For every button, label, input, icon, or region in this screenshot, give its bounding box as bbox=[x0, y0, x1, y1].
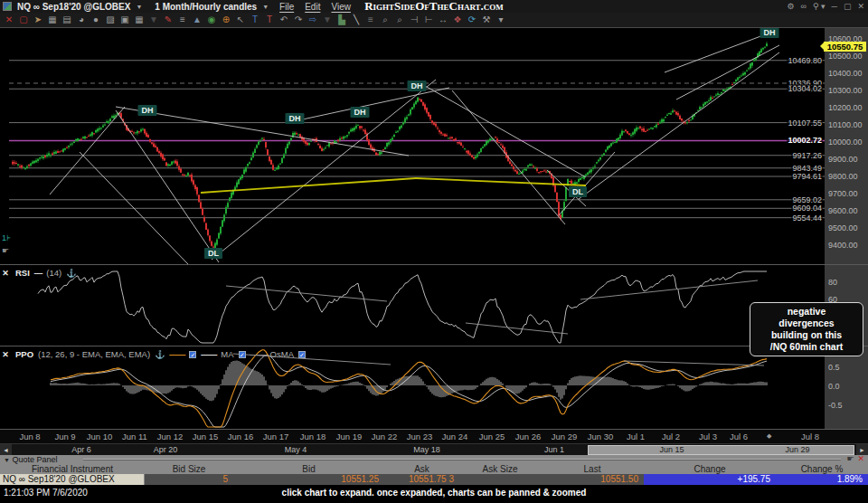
price-tick: 9900.00 bbox=[828, 155, 858, 164]
quote-cell-change-: 1.89% bbox=[776, 474, 868, 485]
last-price-tag: 10550.75 bbox=[824, 42, 866, 52]
region-select-icon[interactable]: ▢ bbox=[16, 13, 31, 27]
quote-panel-titlerow: ▼ Quote Panel ☛✕ bbox=[0, 455, 868, 464]
pan-left-icon[interactable]: ⊣ bbox=[407, 13, 421, 27]
menu-file[interactable]: File bbox=[279, 2, 294, 12]
draw-line-icon[interactable]: ✎ bbox=[161, 13, 175, 27]
arrow-right-icon[interactable]: ⇨ bbox=[306, 13, 320, 27]
ppo-anchor-icon[interactable]: ⚓ bbox=[155, 350, 165, 359]
pin-icon[interactable]: ⚲ ▾ bbox=[813, 2, 826, 11]
quote-cell-change: +195.75 bbox=[644, 474, 776, 485]
close-window-icon[interactable]: ✕ bbox=[857, 2, 864, 11]
rsi-pane-header: ✕ RSI — (14) ⚓ bbox=[0, 268, 76, 278]
ppo-pane-divider[interactable] bbox=[0, 346, 868, 346]
maximize-icon[interactable]: ▢ bbox=[844, 2, 852, 11]
annotation-line: negative bbox=[752, 306, 861, 318]
period-caret-icon[interactable]: ▼ bbox=[262, 4, 269, 10]
more-dropdown-icon[interactable]: ▾ bbox=[494, 13, 508, 27]
price-tick: 10200.00 bbox=[828, 103, 863, 112]
date-axis[interactable]: Jun 8Jun 9Jun 10Jun 11Jun 12Jun 15Jun 16… bbox=[0, 429, 868, 443]
rsi-anchor-icon[interactable]: ⚓ bbox=[66, 269, 76, 278]
annotation-note[interactable]: negativedivergencesbuilding on this/NQ 6… bbox=[750, 302, 863, 356]
quote-cell-last: 10551.50 bbox=[541, 474, 644, 485]
quote-col-header: Change % bbox=[776, 464, 868, 474]
pan-right-icon[interactable]: ⊢ bbox=[421, 13, 436, 27]
rsi-pane-divider[interactable] bbox=[0, 264, 868, 265]
site-watermark: RightSideOfTheChart.com bbox=[364, 0, 504, 14]
date-tick: Jun 17 bbox=[263, 432, 289, 441]
minimize-icon[interactable]: ─ bbox=[832, 2, 837, 11]
quote-col-header: Ask bbox=[384, 464, 459, 474]
zoom-in-icon[interactable]: ⌕ bbox=[378, 13, 392, 27]
menu-edit[interactable]: Edit bbox=[305, 2, 320, 12]
redo-icon[interactable]: ↷ bbox=[291, 13, 306, 27]
quote-col-header: Change bbox=[644, 464, 776, 474]
pointer-tool-icon[interactable]: ➤ bbox=[31, 13, 45, 27]
price-tick: 10400.00 bbox=[828, 69, 863, 78]
link-icon[interactable]: ∞ bbox=[801, 2, 807, 11]
ppo-legend-checkbox[interactable]: ✓ bbox=[239, 351, 246, 358]
bar-pattern-icon[interactable]: ≡ bbox=[175, 13, 190, 27]
text-box-icon[interactable]: T bbox=[248, 13, 262, 27]
level-label: 10107.55 bbox=[787, 119, 823, 128]
ppo-legend-checkbox[interactable]: ✓ bbox=[189, 351, 196, 358]
rsi-params: (14) bbox=[46, 268, 61, 278]
collapse-icon[interactable]: ▼ bbox=[4, 457, 10, 463]
symbol-selector[interactable]: NQ ∞ Sep18'20 @GLOBEX bbox=[17, 2, 130, 12]
triangle-up-icon[interactable]: ▲ bbox=[190, 13, 204, 27]
refresh-icon[interactable]: ⟳ bbox=[465, 13, 479, 27]
menu-view[interactable]: View bbox=[331, 2, 351, 12]
ppo-pane-header: ✕ PPO (12, 26, 9 - EMA, EMA, EMA) ⚓ ——✓—… bbox=[0, 349, 306, 359]
trendline-tool-icon[interactable]: ╲ bbox=[349, 13, 363, 27]
expand-h-icon[interactable]: ↔ bbox=[436, 13, 450, 27]
close-chart-icon[interactable]: ✕ bbox=[2, 13, 16, 27]
annotation-line: building on this bbox=[752, 329, 861, 341]
close-panel-icon[interactable]: ✕ bbox=[857, 454, 864, 463]
period-selector[interactable]: 1 Month/Hourly candles bbox=[155, 2, 257, 12]
drag-hand-icon[interactable]: ☛ bbox=[846, 454, 854, 463]
volume-chart-icon[interactable]: ▙ bbox=[335, 13, 349, 27]
crosshair-icon[interactable]: ⊕ bbox=[219, 13, 233, 27]
text-note-icon[interactable]: T bbox=[262, 13, 277, 27]
chart-window-icon[interactable]: ▣ bbox=[118, 13, 132, 27]
pie-icon[interactable]: ◕ bbox=[74, 13, 89, 27]
undo-icon[interactable]: ↶ bbox=[277, 13, 291, 27]
layout-grid-icon[interactable]: ▦ bbox=[132, 13, 146, 27]
scrollbar-thumb[interactable] bbox=[588, 445, 854, 455]
candle-tool-icon[interactable]: ❖ bbox=[450, 13, 465, 27]
zoom-out-icon[interactable]: ⌕ bbox=[392, 13, 407, 27]
dropdown-icon[interactable]: ▼ bbox=[146, 13, 161, 27]
print-icon[interactable]: ▤ bbox=[60, 13, 74, 27]
hand-tool-icon[interactable]: ☛ bbox=[2, 246, 9, 255]
marker-1-tool-icon[interactable]: 1⊦ bbox=[2, 233, 11, 242]
sphere-icon[interactable]: ◉ bbox=[204, 13, 219, 27]
ppo-close-icon[interactable]: ✕ bbox=[0, 350, 11, 359]
hatch-icon[interactable]: ≡ bbox=[363, 13, 378, 27]
image-icon[interactable]: ▨ bbox=[103, 13, 118, 27]
chart-scrollbar[interactable]: ◄ ► Apr 6Apr 20May 4May 18Jun 1Jun 15Jun… bbox=[0, 443, 868, 455]
scrollbar-date-label: Apr 6 bbox=[71, 445, 91, 454]
quote-table-headers: Financial InstrumentBid SizeBidAskAsk Si… bbox=[0, 464, 868, 474]
date-tick: Jun 26 bbox=[515, 432, 542, 441]
scrollbar-date-label: Apr 20 bbox=[154, 445, 178, 454]
quote-panel-title[interactable]: ▼ Quote Panel bbox=[4, 455, 58, 464]
wrench-icon[interactable]: ⚒ bbox=[479, 13, 494, 27]
settings-gear-icon[interactable]: ⚙ bbox=[787, 2, 794, 11]
ppo-legend-checkbox[interactable]: ✓ bbox=[298, 351, 306, 358]
grid-icon[interactable]: ▦ bbox=[45, 13, 60, 27]
ppo-legend-label: MA bbox=[221, 349, 233, 359]
circle-icon[interactable]: ● bbox=[89, 13, 103, 27]
cursor-icon[interactable]: ↖ bbox=[233, 13, 248, 27]
symbol-caret-icon[interactable]: ▼ bbox=[136, 4, 142, 10]
rsi-title[interactable]: RSI bbox=[15, 268, 30, 278]
price-tick: 9800.00 bbox=[828, 172, 858, 181]
scrollbar-date-label: May 18 bbox=[413, 445, 440, 454]
quote-table-row[interactable]: NQ ∞ Sep18'20 @GLOBEX510551.2510551.75 3… bbox=[0, 474, 868, 485]
date-tick: Jun 11 bbox=[122, 432, 147, 441]
dropdown2-icon[interactable]: ▼ bbox=[320, 13, 335, 27]
quote-cell-bid-size: 5 bbox=[145, 474, 233, 485]
ppo-title[interactable]: PPO bbox=[15, 349, 33, 359]
level-label: 9659.02 bbox=[791, 195, 823, 204]
rsi-close-icon[interactable]: ✕ bbox=[0, 269, 11, 278]
status-hint: click chart to expand. once expanded, ch… bbox=[282, 488, 587, 498]
